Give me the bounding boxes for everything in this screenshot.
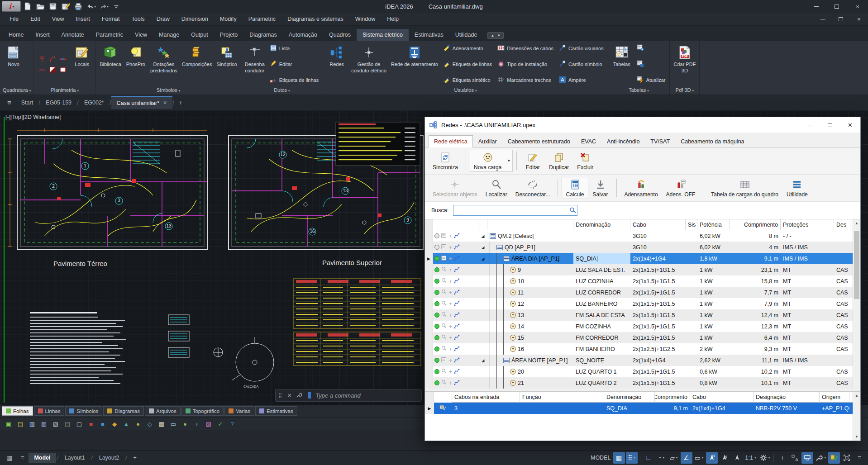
transmit-icon[interactable]: ▲ bbox=[121, 419, 131, 429]
dynamic-input-icon[interactable]: ∠ bbox=[681, 452, 692, 464]
box-icon[interactable] bbox=[58, 65, 67, 74]
ribbon-button-desenha-condutor[interactable]: Desenha condutor bbox=[243, 43, 267, 86]
menu-insert[interactable]: Insert bbox=[70, 13, 96, 25]
status-menu-icon[interactable]: ≡ bbox=[854, 452, 865, 464]
cell-potencia[interactable]: 0,6 kW bbox=[697, 369, 730, 375]
polyline-icon[interactable] bbox=[454, 289, 460, 296]
cell-cabo[interactable]: 2x(1x1.5)+1G1.5 bbox=[630, 267, 686, 273]
cell-comprimento[interactable]: 4 m bbox=[730, 244, 781, 251]
help-icon[interactable]: ? bbox=[227, 419, 237, 429]
cell-protecoes[interactable]: MT bbox=[781, 380, 834, 386]
link-icon[interactable]: ◇ bbox=[145, 419, 155, 429]
layout-tab-model[interactable]: Model bbox=[29, 453, 56, 463]
crosshair-icon[interactable]: + bbox=[449, 335, 452, 341]
ribbon-button-novo[interactable]: Novo bbox=[2, 43, 25, 86]
nova-carga-dropdown-icon[interactable]: ▼ bbox=[505, 150, 513, 172]
crosshair-icon[interactable]: + bbox=[449, 267, 452, 273]
duplicate-icon[interactable]: ▧ bbox=[51, 419, 61, 429]
polyline-icon[interactable] bbox=[454, 357, 460, 364]
locate-icon[interactable] bbox=[441, 266, 447, 274]
tri-icon[interactable] bbox=[48, 65, 57, 74]
ribbon-collapse-icon[interactable]: ▲ bbox=[491, 33, 494, 38]
panel-box-icon[interactable] bbox=[441, 255, 447, 262]
column-header-denominacao[interactable]: Denominação bbox=[604, 392, 655, 403]
polar-tracking-icon[interactable]: ◔▾ bbox=[655, 452, 667, 464]
panel-label-planimetria[interactable]: Planimetria▾ bbox=[34, 86, 95, 95]
cell-potencia[interactable]: 1 kW bbox=[697, 323, 730, 330]
cell-cabo[interactable]: 2x(1x1.5)+1G1.5 bbox=[630, 289, 686, 296]
command-bar-grip-icon[interactable]: ⣿ bbox=[276, 393, 285, 399]
ortho-mode-icon[interactable]: ∟ bbox=[643, 452, 654, 464]
cell-potencia[interactable]: 1,8 kW bbox=[697, 256, 730, 262]
table-row[interactable]: + 9LUZ SALA DE EST.2x(1x1.5)+1G1.51 kW23… bbox=[425, 264, 860, 275]
cables-scrollbar[interactable]: ▲ ▼ bbox=[853, 392, 860, 441]
ribbon-tab-projeto[interactable]: Projeto bbox=[214, 29, 244, 41]
crosshair-icon[interactable]: + bbox=[449, 369, 452, 375]
dialog-minimize-button[interactable] bbox=[799, 117, 820, 133]
cell-cabo[interactable]: 2x(1x1.5)+1G1.5 bbox=[630, 301, 686, 307]
dialog-button-editar[interactable]: Editar bbox=[520, 150, 545, 172]
crosshair-icon[interactable]: + bbox=[449, 301, 452, 307]
clean-screen-icon[interactable] bbox=[828, 452, 840, 464]
annotation-visibility-icon[interactable] bbox=[706, 452, 718, 464]
sheet-tab-folhas[interactable]: Folhas bbox=[2, 406, 33, 416]
panel-label-dutos[interactable]: Dutos▾ bbox=[241, 86, 323, 95]
file-tab-eg002[interactable]: EG002* bbox=[79, 97, 110, 109]
cell-denominacao[interactable]: FM BANHEIRO bbox=[573, 346, 630, 352]
cell-comprimento[interactable]: 12,4 m bbox=[730, 312, 781, 318]
cell-designacao[interactable]: CAS bbox=[834, 369, 850, 375]
ribbon-button-tabelas[interactable]: Tabelas bbox=[610, 43, 634, 86]
column-header-sis[interactable]: Sis bbox=[686, 219, 697, 230]
dialog-tab-anti-incendio[interactable]: Anti-incêndio bbox=[601, 135, 645, 147]
cell-denominacao[interactable]: LUZ BANHEIRO bbox=[573, 301, 630, 307]
sheet-tab-estimativas[interactable]: Estimativas bbox=[255, 406, 297, 416]
ribbon-button-cartao-simbolo[interactable]: 1Cartão símbolo bbox=[558, 60, 605, 69]
polyline-icon[interactable] bbox=[454, 244, 460, 251]
polyline-icon[interactable] bbox=[454, 278, 460, 285]
cell-denominacao[interactable]: SQ_DIA bbox=[604, 405, 655, 412]
menu-tools[interactable]: Tools bbox=[125, 13, 150, 25]
table-row[interactable]: + 15FM CORREDOR2x(1x1.5)+1G1.51 kW6,4 mM… bbox=[425, 332, 860, 343]
polyline-icon[interactable] bbox=[454, 312, 460, 319]
cell-protecoes[interactable]: MT bbox=[781, 369, 834, 375]
cell-potencia[interactable]: 1 kW bbox=[697, 278, 730, 285]
cell-cabo[interactable]: 2x(1x4)+1G4 bbox=[690, 405, 754, 412]
panel-box-icon[interactable] bbox=[441, 232, 447, 240]
close-tab-icon[interactable]: ✕ bbox=[163, 100, 167, 106]
ribbon-button-biblioteca[interactable]: Biblioteca bbox=[98, 43, 123, 86]
hatch-icon[interactable]: ▨ bbox=[204, 419, 214, 429]
column-header-des[interactable]: Des bbox=[834, 219, 850, 230]
crosshair-icon[interactable]: + bbox=[449, 357, 452, 364]
polyline-icon[interactable] bbox=[454, 368, 460, 375]
dialog-tab-tv-sat[interactable]: TV/SAT bbox=[645, 135, 675, 147]
dialog-tab-cabeamento-estruturado[interactable]: Cabeamento estruturado bbox=[502, 135, 576, 147]
ribbon-tab-utilidade[interactable]: Utilidade bbox=[449, 29, 483, 41]
ribbon-tab-output[interactable]: Output bbox=[185, 29, 214, 41]
cell-denominacao[interactable]: LUZ COZINHA bbox=[573, 278, 630, 285]
fullscreen-icon[interactable] bbox=[841, 452, 853, 464]
table-row[interactable]: + ◢QD [AP_P1]3G106,02 kW4 mIMS / IMS bbox=[425, 242, 860, 253]
plot-icon[interactable] bbox=[72, 1, 84, 12]
ribbon-button-dimensoes-de-cabos[interactable]: Dimensões de cabos bbox=[496, 44, 555, 53]
new-layout-icon[interactable]: + bbox=[128, 453, 142, 463]
cell-designacao[interactable]: CAS bbox=[834, 323, 850, 330]
cell-protecoes[interactable]: MT bbox=[781, 289, 834, 296]
polyline-icon[interactable] bbox=[454, 323, 460, 330]
table-row[interactable]: + 13FM SALA DE ESTA2x(1x1.5)+1G1.51 kW12… bbox=[425, 309, 860, 321]
locate-icon[interactable] bbox=[441, 312, 447, 319]
ribbon-button-redes[interactable]: Redes bbox=[325, 43, 348, 86]
cell-protecoes[interactable]: MT bbox=[781, 323, 834, 330]
locate-icon[interactable] bbox=[441, 323, 447, 330]
cell-comprimento[interactable]: 10,1 m bbox=[730, 380, 781, 386]
scroll-thumb[interactable] bbox=[854, 231, 859, 299]
locate-icon[interactable] bbox=[441, 278, 447, 285]
ribbon-collapse-control[interactable]: ▲▼ bbox=[487, 32, 504, 39]
column-header-comprimento[interactable]: Comprimento bbox=[655, 392, 690, 403]
ribbon-button-locais[interactable]: Locais bbox=[70, 43, 94, 86]
cell-potencia[interactable]: 0,8 kW bbox=[697, 380, 730, 386]
column-header-cabos-na-entrada[interactable]: Cabos na entrada bbox=[452, 392, 520, 403]
cell-designacao[interactable]: CAS bbox=[834, 267, 850, 273]
sheet-tab-diagramas[interactable]: Diagramas bbox=[103, 406, 144, 416]
locate-icon[interactable] bbox=[441, 300, 447, 308]
coil-icon[interactable] bbox=[38, 65, 47, 74]
